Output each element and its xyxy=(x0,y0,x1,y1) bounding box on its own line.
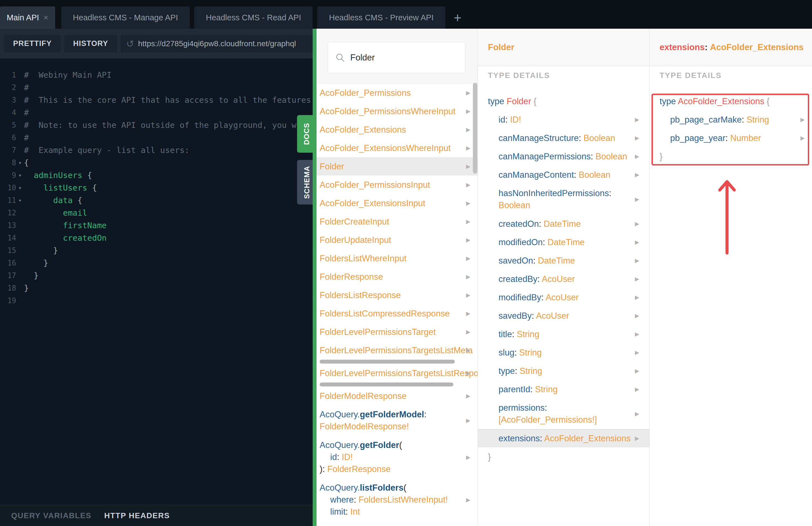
chevron-right-icon[interactable]: ▶ xyxy=(635,435,639,442)
field-row[interactable]: modifiedOn: DateTime▶ xyxy=(478,233,649,251)
chevron-right-icon[interactable]: ▶ xyxy=(801,116,805,123)
chevron-right-icon[interactable]: ▶ xyxy=(466,218,470,225)
type-list-item[interactable]: AcoQuery.listFolders(where: FoldersListW… xyxy=(317,478,478,521)
chevron-right-icon[interactable]: ▶ xyxy=(635,349,639,356)
close-tab-icon[interactable]: × xyxy=(43,13,48,22)
type-list-item[interactable]: AcoFolder_PermissionsWhereInput▶ xyxy=(317,102,478,120)
chevron-right-icon[interactable]: ▶ xyxy=(635,294,639,301)
tab-headless-cms-preview-api[interactable]: Headless CMS - Preview API xyxy=(317,6,445,29)
field-row[interactable]: createdOn: DateTime▶ xyxy=(478,215,649,233)
horizontal-scrollbar-thumb[interactable] xyxy=(320,382,453,386)
docs-side-tab[interactable]: DOCS xyxy=(297,115,317,153)
field-row[interactable]: savedOn: DateTime▶ xyxy=(478,251,649,270)
type-list-item[interactable]: FolderCreateInput▶ xyxy=(317,212,478,231)
type-list-item[interactable]: FolderUpdateInput▶ xyxy=(317,231,478,249)
chevron-right-icon[interactable]: ▶ xyxy=(466,393,470,399)
field-row[interactable]: type AcoFolder_Extensions { xyxy=(650,92,812,110)
prettify-button[interactable]: PRETTIFY xyxy=(4,35,61,53)
type-list-item[interactable]: AcoFolder_PermissionsInput▶ xyxy=(317,176,478,194)
field-row[interactable]: slug: String▶ xyxy=(478,343,649,362)
field-row[interactable]: pb_page_carMake: String▶ xyxy=(650,110,812,129)
chevron-right-icon[interactable]: ▶ xyxy=(466,181,470,188)
query-variables-tab[interactable]: QUERY VARIABLES xyxy=(11,511,91,520)
type-list-item[interactable]: AcoFolder_ExtensionsWhereInput▶ xyxy=(317,139,478,157)
reload-icon[interactable]: ↺ xyxy=(126,39,134,48)
field-row[interactable]: savedBy: AcoUser▶ xyxy=(478,306,649,325)
field-row[interactable]: title: String▶ xyxy=(478,325,649,343)
chevron-right-icon[interactable]: ▶ xyxy=(466,273,470,280)
fold-arrow-icon[interactable]: ▾ xyxy=(16,172,24,179)
field-row[interactable]: } xyxy=(478,448,649,466)
field-row[interactable]: hasNonInheritedPermissions:Boolean▶ xyxy=(478,184,649,215)
type-list-item[interactable]: FolderLevelPermissionsTargetsListRespons… xyxy=(317,364,478,382)
chevron-right-icon[interactable]: ▶ xyxy=(635,171,639,178)
chevron-right-icon[interactable]: ▶ xyxy=(635,116,639,123)
field-row[interactable]: id: ID!▶ xyxy=(478,110,649,129)
type-list-item[interactable]: FolderResponse▶ xyxy=(317,267,478,286)
chevron-right-icon[interactable]: ▶ xyxy=(466,292,470,298)
chevron-right-icon[interactable]: ▶ xyxy=(466,454,470,461)
tab-headless-cms-manage-api[interactable]: Headless CMS - Manage API xyxy=(61,6,190,29)
tab-main-api[interactable]: Main API× xyxy=(0,6,55,29)
field-row[interactable]: } xyxy=(650,147,812,165)
type-list-item[interactable]: AcoFolder_Extensions▶ xyxy=(317,120,478,139)
type-list-item[interactable]: FoldersListResponse▶ xyxy=(317,286,478,304)
type-list-item[interactable]: AcoQuery.getFolderModel:FolderModelRespo… xyxy=(317,405,478,436)
chevron-right-icon[interactable]: ▶ xyxy=(466,200,470,206)
type-list-item[interactable]: AcoFolder_ExtensionsInput▶ xyxy=(317,194,478,212)
chevron-right-icon[interactable]: ▶ xyxy=(635,331,639,337)
field-row[interactable]: canManageStructure: Boolean▶ xyxy=(478,129,649,147)
chevron-right-icon[interactable]: ▶ xyxy=(635,312,639,319)
type-list-item[interactable]: FolderModelResponse▶ xyxy=(317,387,478,405)
chevron-right-icon[interactable]: ▶ xyxy=(466,310,470,317)
chevron-right-icon[interactable]: ▶ xyxy=(466,328,470,335)
add-tab-button[interactable]: + xyxy=(450,6,465,29)
query-editor[interactable]: 1# Webiny Main API2#3# This is the core … xyxy=(0,59,313,505)
chevron-right-icon[interactable]: ▶ xyxy=(466,163,470,170)
horizontal-scrollbar-thumb[interactable] xyxy=(320,360,455,364)
field-row[interactable]: permissions:[AcoFolder_Permissions!]▶ xyxy=(478,398,649,429)
chevron-right-icon[interactable]: ▶ xyxy=(635,239,639,246)
chevron-right-icon[interactable]: ▶ xyxy=(466,236,470,243)
tab-headless-cms-read-api[interactable]: Headless CMS - Read API xyxy=(194,6,313,29)
chevron-right-icon[interactable]: ▶ xyxy=(635,386,639,393)
fold-arrow-icon[interactable]: ▾ xyxy=(16,185,24,191)
endpoint-url-field[interactable]: ↺ https://d2785gi4qi6pw8.cloudfront.net/… xyxy=(121,35,313,53)
fold-arrow-icon[interactable]: ▾ xyxy=(16,159,24,166)
chevron-right-icon[interactable]: ▶ xyxy=(466,347,470,353)
chevron-right-icon[interactable]: ▶ xyxy=(466,496,470,503)
chevron-right-icon[interactable]: ▶ xyxy=(466,108,470,115)
field-row[interactable]: createdBy: AcoUser▶ xyxy=(478,270,649,288)
field-row[interactable]: extensions: AcoFolder_Extensions▶ xyxy=(478,429,649,448)
type-list-item[interactable]: FoldersListWhereInput▶ xyxy=(317,249,478,267)
chevron-right-icon[interactable]: ▶ xyxy=(635,196,639,203)
chevron-right-icon[interactable]: ▶ xyxy=(466,417,470,424)
field-row[interactable]: type Folder { xyxy=(478,92,649,110)
chevron-right-icon[interactable]: ▶ xyxy=(635,410,639,417)
type-list-item[interactable]: FoldersListCompressedResponse▶ xyxy=(317,304,478,323)
fold-arrow-icon[interactable]: ▾ xyxy=(16,197,24,204)
chevron-right-icon[interactable]: ▶ xyxy=(466,89,470,96)
http-headers-tab[interactable]: HTTP HEADERS xyxy=(104,511,170,520)
history-button[interactable]: HISTORY xyxy=(64,35,117,53)
chevron-right-icon[interactable]: ▶ xyxy=(635,220,639,227)
type-list-item[interactable]: Folder▶ xyxy=(317,157,478,176)
chevron-right-icon[interactable]: ▶ xyxy=(466,370,470,376)
chevron-right-icon[interactable]: ▶ xyxy=(635,257,639,264)
field-row[interactable]: canManagePermissions: Boolean▶ xyxy=(478,147,649,165)
chevron-right-icon[interactable]: ▶ xyxy=(466,255,470,262)
chevron-right-icon[interactable]: ▶ xyxy=(635,367,639,374)
field-row[interactable]: type: String▶ xyxy=(478,362,649,380)
field-row[interactable]: pb_page_year: Number▶ xyxy=(650,129,812,147)
chevron-right-icon[interactable]: ▶ xyxy=(466,145,470,151)
type-list-item[interactable]: FolderLevelPermissionsTargetsListMeta▶ xyxy=(317,341,478,360)
vertical-scrollbar-thumb[interactable] xyxy=(473,83,477,174)
chevron-right-icon[interactable]: ▶ xyxy=(801,134,805,141)
field-row[interactable]: parentId: String▶ xyxy=(478,380,649,398)
type-list-item[interactable]: AcoFolder_Permissions▶ xyxy=(317,84,478,102)
chevron-right-icon[interactable]: ▶ xyxy=(635,153,639,160)
chevron-right-icon[interactable]: ▶ xyxy=(635,276,639,282)
docs-panel-divider[interactable] xyxy=(313,29,317,526)
field-row[interactable]: canManageContent: Boolean▶ xyxy=(478,165,649,184)
chevron-right-icon[interactable]: ▶ xyxy=(466,126,470,133)
